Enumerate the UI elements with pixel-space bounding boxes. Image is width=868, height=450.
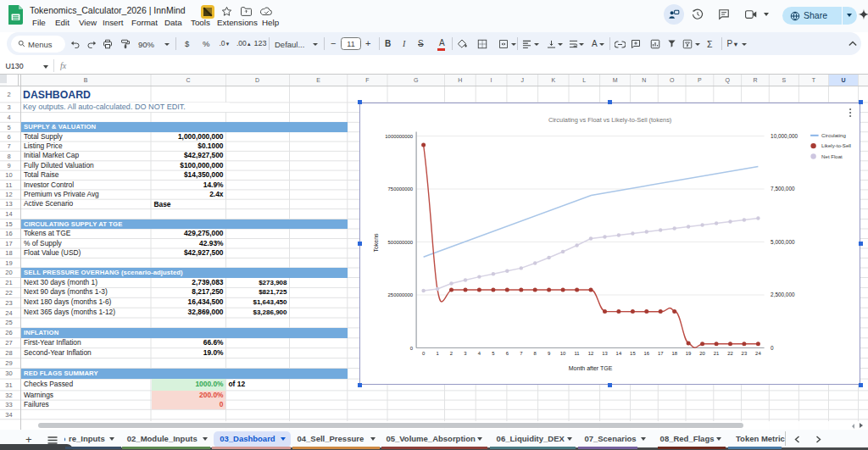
svg-text:2,500,000: 2,500,000 [771, 292, 795, 297]
svg-text:1000000000: 1000000000 [386, 133, 414, 138]
svg-text:Circulating: Circulating [821, 132, 846, 138]
svg-text:7: 7 [520, 351, 523, 356]
svg-text:24: 24 [756, 351, 762, 356]
svg-text:23: 23 [742, 351, 748, 356]
svg-text:Tokens: Tokens [373, 232, 379, 252]
svg-text:22: 22 [728, 351, 734, 356]
svg-text:17: 17 [658, 351, 664, 356]
svg-text:19: 19 [686, 351, 692, 356]
svg-text:250000000: 250000000 [388, 292, 414, 297]
svg-text:8: 8 [534, 351, 537, 356]
svg-text:5: 5 [492, 351, 496, 356]
svg-text:21: 21 [714, 351, 720, 356]
svg-text:500000000: 500000000 [388, 239, 414, 244]
svg-text:14: 14 [616, 351, 622, 356]
svg-text:6: 6 [506, 351, 509, 356]
svg-text:0: 0 [771, 344, 774, 350]
svg-text:Circulating vs Float vs Likely: Circulating vs Float vs Likely-to-Sell (… [548, 115, 671, 123]
svg-text:13: 13 [603, 351, 609, 356]
svg-text:15: 15 [631, 351, 637, 356]
svg-text:Month after TGE: Month after TGE [569, 365, 613, 371]
svg-text:18: 18 [672, 351, 678, 356]
svg-text:0: 0 [422, 351, 426, 356]
svg-text:Net Float: Net Float [821, 153, 843, 158]
svg-text:1: 1 [437, 351, 439, 356]
svg-text:10,000,000: 10,000,000 [771, 132, 798, 138]
svg-text:4: 4 [478, 351, 481, 356]
svg-text:750000000: 750000000 [388, 186, 414, 192]
svg-text:Likely-to-Sell: Likely-to-Sell [821, 142, 851, 148]
svg-text:0: 0 [410, 345, 414, 350]
svg-text:9: 9 [548, 351, 550, 356]
svg-text:5,000,000: 5,000,000 [771, 238, 795, 244]
svg-text:20: 20 [700, 351, 706, 356]
svg-text:12: 12 [588, 351, 594, 356]
svg-text:10: 10 [560, 351, 566, 356]
svg-text:7,500,000: 7,500,000 [771, 186, 795, 192]
svg-text:16: 16 [644, 351, 650, 356]
svg-text:2: 2 [450, 351, 453, 356]
svg-text:11: 11 [575, 351, 580, 356]
svg-text:3: 3 [465, 351, 468, 356]
